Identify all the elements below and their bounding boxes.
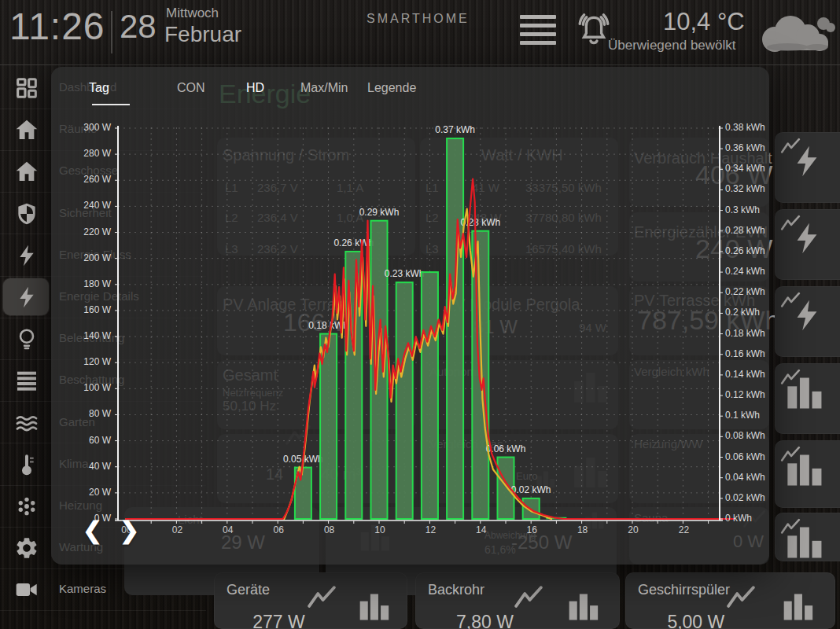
- x-axis-label: 08: [321, 524, 338, 535]
- tile-value: 7,80 W: [456, 612, 514, 629]
- y-right-label: 0.04 kWh: [725, 472, 765, 483]
- heat-icon: [14, 494, 39, 519]
- y-right-label: 0.34 kWh: [725, 163, 765, 174]
- y-right-label: 0.12 kWh: [725, 389, 765, 400]
- bolt-icon: [14, 243, 39, 268]
- y-right-label: 0.02 kWh: [725, 492, 765, 503]
- y-right-label: 0.06 kWh: [725, 451, 765, 462]
- x-axis-label: 10: [371, 524, 389, 535]
- svg-text:0.02 kWh: 0.02 kWh: [511, 484, 551, 495]
- y-left-label: 200 W: [51, 252, 111, 263]
- prev-period-button[interactable]: ❮: [83, 517, 102, 544]
- svg-text:0.28 kWh: 0.28 kWh: [460, 217, 500, 228]
- y-right-label: 0.1 kWh: [725, 410, 760, 421]
- home-icon: [14, 117, 39, 142]
- y-left-label: 80 W: [51, 408, 111, 419]
- bolt-icon: [789, 220, 825, 270]
- y-left-label: 120 W: [51, 356, 111, 367]
- sparkline-icon: [726, 585, 756, 607]
- svg-text:0.18 kWh: 0.18 kWh: [308, 320, 348, 331]
- y-right-label: 0.18 kWh: [725, 328, 765, 339]
- right-tile-1[interactable]: [775, 209, 840, 280]
- y-right-label: 0.32 kWh: [725, 183, 765, 194]
- y-right-label: 0.28 kWh: [725, 225, 765, 236]
- right-tile-3[interactable]: [775, 363, 840, 434]
- sparkline-icon: [514, 585, 543, 607]
- gear-icon: [14, 535, 39, 561]
- waves-icon: [14, 410, 39, 436]
- x-axis-label: 06: [270, 524, 287, 535]
- date-month: Februar: [164, 22, 241, 47]
- tile-title: Geschirrspüler: [638, 582, 730, 598]
- bolt-icon: [14, 285, 39, 310]
- bar-chart-icon: [784, 373, 825, 414]
- tile-title: Backrohr: [428, 582, 484, 598]
- tab-legende[interactable]: Legende: [367, 81, 416, 95]
- right-tile-2[interactable]: [775, 286, 840, 357]
- svg-text:0.06 kWh: 0.06 kWh: [486, 443, 526, 454]
- tab-max-min[interactable]: Max/Min: [300, 81, 348, 95]
- grid-icon: [14, 75, 39, 101]
- bottom-tile-geräte[interactable]: Geräte277 W: [214, 572, 407, 629]
- thermo-icon: [14, 452, 39, 477]
- bar-chart-icon: [781, 590, 816, 626]
- tile-value: 5,00 W: [667, 612, 724, 629]
- bar-chart-icon: [357, 590, 392, 626]
- bottom-tile-backrohr[interactable]: Backrohr7,80 W: [415, 572, 620, 629]
- y-left-label: 160 W: [51, 304, 111, 315]
- energy-chart: 0.05 kWh0.18 kWh0.26 kWh0.29 kWh0.23 kWh…: [51, 67, 769, 565]
- next-period-button[interactable]: ❯: [120, 517, 139, 544]
- y-left-label: 20 W: [51, 487, 111, 498]
- x-axis-label: 18: [574, 524, 591, 535]
- y-right-label: 0 kWh: [725, 513, 752, 524]
- y-right-label: 0.16 kWh: [725, 348, 765, 359]
- sparkline-icon: [307, 585, 337, 607]
- right-tile-4[interactable]: [775, 440, 840, 508]
- x-axis-label: 14: [473, 524, 490, 535]
- bar-chart-icon: [784, 450, 825, 491]
- sidebar-item-label: Kameras: [59, 582, 106, 595]
- x-axis-label: 12: [422, 524, 439, 535]
- y-left-label: 40 W: [51, 461, 111, 472]
- y-left-label: 300 W: [51, 122, 111, 133]
- y-left-label: 280 W: [51, 148, 111, 159]
- x-axis-label: 22: [675, 524, 692, 535]
- right-tile-0[interactable]: [775, 132, 840, 203]
- bulb-icon: [14, 326, 39, 351]
- dome-icon: [14, 620, 39, 629]
- divider: [111, 11, 112, 53]
- tile-value: 277 W: [252, 612, 304, 629]
- y-right-label: 0.24 kWh: [725, 266, 765, 277]
- x-axis-label: 04: [219, 524, 237, 535]
- tile-title: Geräte: [227, 582, 270, 598]
- svg-text:0.26 kWh: 0.26 kWh: [333, 237, 374, 248]
- cloud-icon: [751, 6, 836, 60]
- temperature: 10,4 °C: [663, 8, 745, 36]
- bolt-icon: [789, 143, 825, 193]
- clock: 11:26: [9, 5, 105, 48]
- x-axis-label: 20: [624, 524, 642, 535]
- home-icon: [14, 159, 39, 184]
- weather-condition: Überwiegend bewölkt: [608, 38, 736, 53]
- date-weekday: Mittwoch: [166, 6, 219, 21]
- right-tile-5[interactable]: [775, 513, 840, 561]
- bottom-tile-geschirrspüler[interactable]: Geschirrspüler5,00 W: [625, 572, 835, 629]
- tab-hd[interactable]: HD: [246, 81, 264, 95]
- x-axis-label: 16: [523, 524, 540, 535]
- svg-text:0.29 kWh: 0.29 kWh: [359, 207, 400, 218]
- menu-icon[interactable]: [520, 15, 556, 48]
- y-right-label: 0.22 kWh: [725, 286, 765, 297]
- bolt-icon: [789, 297, 825, 348]
- y-right-label: 0.38 kWh: [725, 122, 765, 133]
- y-right-label: 0.3 kWh: [725, 204, 760, 215]
- sidebar-item-extra[interactable]: [0, 611, 206, 629]
- y-right-label: 0.36 kWh: [725, 142, 765, 153]
- tab-tag[interactable]: Tag: [89, 81, 109, 95]
- top-bar: 11:26 28 Mittwoch Februar SMARTHOME 10,4…: [0, 0, 840, 65]
- svg-text:0.37 kWh: 0.37 kWh: [435, 124, 475, 135]
- tab-con[interactable]: CON: [177, 81, 205, 95]
- bar-chart-icon: [566, 590, 601, 626]
- y-right-label: 0.08 kWh: [725, 430, 765, 441]
- y-left-label: 220 W: [51, 226, 111, 237]
- y-left-label: 100 W: [51, 382, 111, 393]
